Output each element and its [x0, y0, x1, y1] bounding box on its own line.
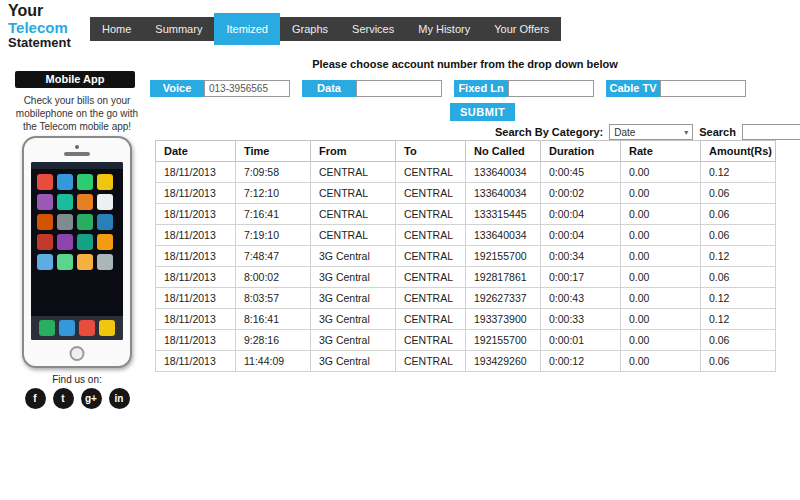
table-cell: 7:12:10	[236, 183, 311, 204]
table-cell: 18/11/2013	[156, 162, 236, 183]
phone-dock-icon	[39, 320, 55, 336]
table-row[interactable]: 18/11/20139:28:163G CentralCENTRAL192155…	[156, 330, 776, 351]
find-us-label: Find us on:	[8, 374, 146, 385]
account-input-voice[interactable]	[204, 80, 290, 97]
table-cell: 3G Central	[311, 351, 396, 372]
table-row[interactable]: 18/11/201311:44:093G CentralCENTRAL19342…	[156, 351, 776, 372]
google-plus-icon[interactable]: g+	[81, 388, 102, 409]
table-cell: 0.00	[621, 267, 701, 288]
table-row[interactable]: 18/11/20138:16:413G CentralCENTRAL193373…	[156, 309, 776, 330]
table-cell: 0:00:12	[541, 351, 621, 372]
account-input-cable-tv[interactable]	[660, 80, 746, 97]
table-cell: 0.12	[701, 288, 776, 309]
table-cell: 18/11/2013	[156, 330, 236, 351]
table-row[interactable]: 18/11/20137:19:10CENTRALCENTRAL133640034…	[156, 225, 776, 246]
table-cell: 0.06	[701, 267, 776, 288]
phone-app-icon	[37, 214, 53, 230]
account-input-fixed-ln[interactable]	[508, 80, 594, 97]
nav-item-itemized[interactable]: Itemized	[214, 13, 280, 45]
table-row[interactable]: 18/11/20138:03:573G CentralCENTRAL192627…	[156, 288, 776, 309]
table-row[interactable]: 18/11/20137:48:473G CentralCENTRAL192155…	[156, 246, 776, 267]
search-input[interactable]	[742, 124, 800, 140]
col-header-date: Date	[156, 141, 236, 162]
account-tab-voice[interactable]: Voice	[150, 80, 204, 97]
table-cell: 0.00	[621, 351, 701, 372]
table-cell: 0.00	[621, 204, 701, 225]
table-cell: 7:48:47	[236, 246, 311, 267]
table-cell: 0:00:17	[541, 267, 621, 288]
nav-item-graphs[interactable]: Graphs	[280, 17, 340, 41]
phone-app-icon	[77, 214, 93, 230]
col-header-amount-rs: Amount(Rs)	[701, 141, 776, 162]
table-cell: CENTRAL	[396, 225, 466, 246]
table-cell: 0:00:34	[541, 246, 621, 267]
nav-item-home[interactable]: Home	[90, 17, 143, 41]
table-cell: CENTRAL	[396, 330, 466, 351]
phone-speaker	[64, 152, 90, 156]
facebook-icon[interactable]: f	[25, 388, 46, 409]
phone-screen	[31, 162, 123, 340]
table-cell: 0:00:04	[541, 204, 621, 225]
table-cell: 192155700	[466, 246, 541, 267]
submit-button[interactable]: SUBMIT	[450, 103, 515, 121]
table-cell: CENTRAL	[396, 204, 466, 225]
phone-camera-dot	[75, 145, 79, 149]
table-cell: 0.00	[621, 330, 701, 351]
table-cell: 7:16:41	[236, 204, 311, 225]
nav-item-services[interactable]: Services	[340, 17, 406, 41]
phone-app-icon	[77, 174, 93, 190]
brand-line-telecom: Telecom	[8, 20, 71, 37]
account-tab-data[interactable]: Data	[302, 80, 356, 97]
col-header-rate: Rate	[621, 141, 701, 162]
table-cell: 18/11/2013	[156, 267, 236, 288]
table-cell: 0.00	[621, 225, 701, 246]
account-tab-cable-tv[interactable]: Cable TV	[606, 80, 660, 97]
twitter-icon[interactable]: t	[53, 388, 74, 409]
table-cell: 8:00:02	[236, 267, 311, 288]
phone-app-grid	[31, 169, 123, 275]
account-input-data[interactable]	[356, 80, 442, 97]
table-cell: 18/11/2013	[156, 309, 236, 330]
table-cell: CENTRAL	[396, 183, 466, 204]
table-row[interactable]: 18/11/20137:12:10CENTRALCENTRAL133640034…	[156, 183, 776, 204]
phone-app-icon	[97, 214, 113, 230]
social-icons-row: ftg+in	[8, 388, 146, 409]
table-cell: 0:00:45	[541, 162, 621, 183]
table-cell: 192627337	[466, 288, 541, 309]
phone-dock-icon	[59, 320, 75, 336]
account-tab-fixed-ln[interactable]: Fixed Ln	[454, 80, 508, 97]
nav-item-summary[interactable]: Summary	[143, 17, 214, 41]
table-row[interactable]: 18/11/20138:00:023G CentralCENTRAL192817…	[156, 267, 776, 288]
table-cell: 3G Central	[311, 267, 396, 288]
table-row[interactable]: 18/11/20137:16:41CENTRALCENTRAL133315445…	[156, 204, 776, 225]
col-header-duration: Duration	[541, 141, 621, 162]
table-cell: 0.00	[621, 246, 701, 267]
itemized-calls-table: DateTimeFromToNo CalledDurationRateAmoun…	[155, 140, 776, 372]
phone-dock-icon	[99, 320, 115, 336]
account-group-voice: Voice	[150, 80, 290, 97]
phone-status-bar	[31, 162, 123, 169]
table-row[interactable]: 18/11/20137:09:58CENTRALCENTRAL133640034…	[156, 162, 776, 183]
table-cell: 8:16:41	[236, 309, 311, 330]
mobile-app-promo-text: Check your bills on your mobilephone on …	[8, 94, 146, 133]
phone-app-icon	[97, 194, 113, 210]
account-group-cable-tv: Cable TV	[606, 80, 746, 97]
table-cell: 8:03:57	[236, 288, 311, 309]
phone-app-icon	[57, 234, 73, 250]
account-group-fixed-ln: Fixed Ln	[454, 80, 594, 97]
nav-item-my-history[interactable]: My History	[406, 17, 482, 41]
table-cell: CENTRAL	[396, 351, 466, 372]
table-cell: CENTRAL	[311, 225, 396, 246]
nav-item-your-offers[interactable]: Your Offers	[482, 17, 561, 41]
table-cell: 18/11/2013	[156, 225, 236, 246]
table-cell: 0.06	[701, 204, 776, 225]
linkedin-icon[interactable]: in	[109, 388, 130, 409]
chevron-down-icon: ▾	[684, 128, 688, 137]
phone-app-icon	[77, 234, 93, 250]
table-cell: 18/11/2013	[156, 288, 236, 309]
table-cell: 0.00	[621, 309, 701, 330]
main-nav: HomeSummaryItemizedGraphsServicesMy Hist…	[90, 17, 561, 41]
account-selector-row: VoiceDataFixed LnCable TV	[150, 80, 746, 97]
category-select-value: Date	[614, 127, 635, 138]
category-select[interactable]: Date ▾	[609, 124, 693, 140]
